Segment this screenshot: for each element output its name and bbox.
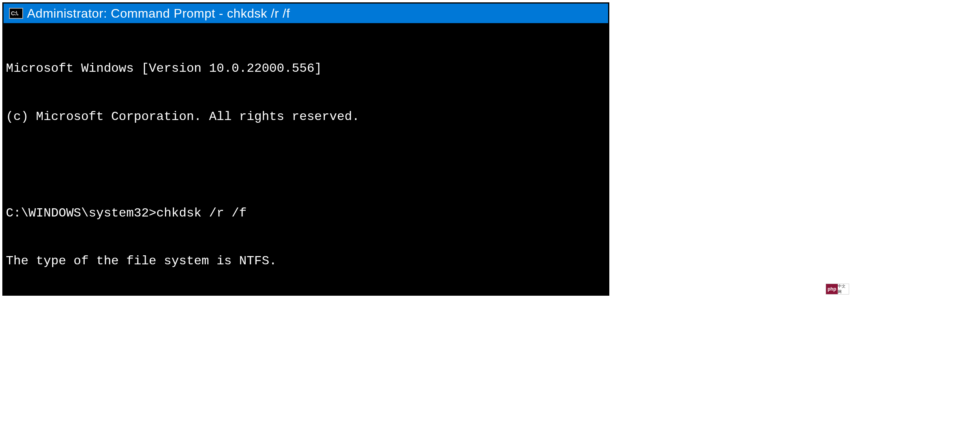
blank-line: [6, 157, 606, 173]
command-prompt-window: C:\. Administrator: Command Prompt - chk…: [2, 2, 609, 296]
command-prompt-line: C:\WINDOWS\system32>chkdsk /r /f: [6, 206, 606, 222]
watermark-badge: php 中文网: [826, 284, 849, 295]
watermark-right: 中文网: [838, 284, 849, 294]
window-title: Administrator: Command Prompt - chkdsk /…: [27, 6, 290, 21]
chkdsk-msg-line-1: Chkdsk cannot run because the volume is …: [6, 398, 606, 414]
watermark-left: php: [826, 284, 838, 294]
copyright-line: (c) Microsoft Corporation. All rights re…: [6, 109, 606, 125]
terminal-output[interactable]: Microsoft Windows [Version 10.0.22000.55…: [4, 23, 608, 295]
title-bar[interactable]: C:\. Administrator: Command Prompt - chk…: [4, 4, 608, 23]
version-line: Microsoft Windows [Version 10.0.22000.55…: [6, 61, 606, 77]
filesystem-type-line: The type of the file system is NTFS.: [6, 253, 606, 269]
blank-line: [6, 350, 606, 366]
cmd-icon: C:\.: [9, 8, 23, 19]
lock-drive-line: Cannot lock current drive.: [6, 302, 606, 318]
